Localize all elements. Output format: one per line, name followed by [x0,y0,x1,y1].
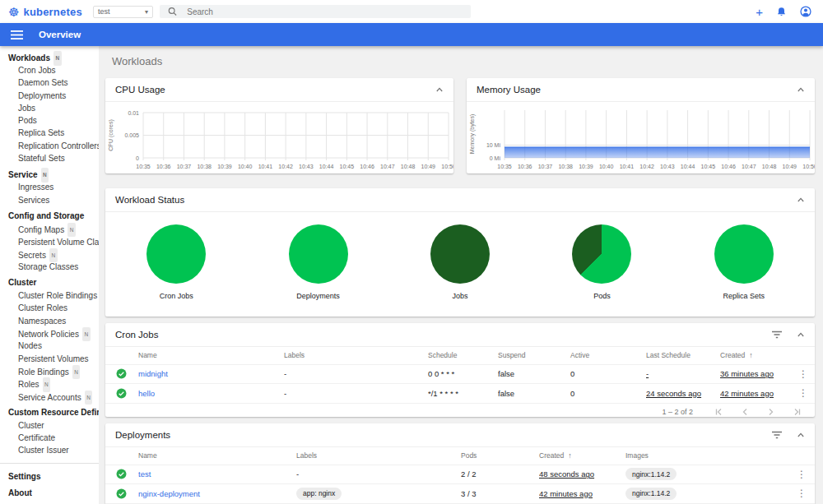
chevron-down-icon: ▾ [145,8,148,16]
previous-page-button[interactable] [741,408,749,416]
sidebar-item-replication-controllers[interactable]: Replication Controllers [0,140,99,152]
sidebar-item-nodes[interactable]: Nodes [0,340,99,352]
namespace-selector[interactable]: test ▾ [93,6,153,18]
collapse-card-icon[interactable] [435,86,444,93]
resource-name-link[interactable]: midnight [138,369,168,378]
collapse-card-icon[interactable] [797,197,805,203]
row-menu-kebab-icon[interactable]: ⋮ [798,368,808,380]
sidebar-item-pods[interactable]: Pods [0,114,99,127]
kubernetes-logo[interactable]: ☸ kubernetes [0,6,93,18]
row-status-cell [105,484,138,504]
collapse-card-icon[interactable] [797,432,805,438]
table-cell: - [284,364,428,384]
svg-text:10:36: 10:36 [156,164,171,169]
sidebar-item-service-accounts[interactable]: Service AccountsN [0,391,99,403]
column-header-suspend[interactable]: Suspend [498,347,570,364]
sidebar-item-persistent-volume-claims[interactable]: Persistent Volume ClaimsN [0,235,99,247]
table-cell: hello [138,384,284,404]
filter-list-icon[interactable] [772,431,782,439]
sidebar-item-label: Settings [8,472,40,481]
column-header-labels[interactable]: Labels [296,447,461,465]
sidebar-item-secrets[interactable]: SecretsN [0,248,99,261]
sidebar-item-certificate[interactable]: Certificate [0,432,99,444]
column-header-labels[interactable]: Labels [284,347,428,364]
sidebar-item-stateful-sets[interactable]: Stateful Sets [0,152,99,164]
create-resource-button[interactable]: + [756,6,763,18]
svg-text:10:46: 10:46 [721,164,736,169]
workload-status-deployments: Deployments [247,224,388,300]
sidebar-item-jobs[interactable]: Jobs [0,102,99,114]
status-ok-icon [116,469,127,479]
collapse-card-icon[interactable] [797,331,805,338]
deployments-table: NameLabelsPodsCreated↑Images test-2 / 24… [105,447,815,504]
resource-name-link[interactable]: nginx-deployment [138,489,200,498]
last-page-button[interactable] [793,408,802,416]
sidebar-item-daemon-sets[interactable]: Daemon Sets [0,76,99,89]
row-actions-cell: ⋮ [797,484,815,504]
sidebar-item-cluster-roles[interactable]: Cluster Roles [0,302,99,314]
cell-value: 3 / 3 [461,489,477,498]
svg-text:10:44: 10:44 [319,164,334,169]
table-cell: */1 * * * * [428,384,498,404]
sidebar-nav: WorkloadsNCron JobsDaemon SetsDeployment… [0,46,99,504]
search-input[interactable] [187,7,463,16]
column-header-active[interactable]: Active [570,347,646,364]
sidebar-item-label: Persistent Volume Claims [18,238,99,247]
column-header-last-schedule[interactable]: Last Schedule [646,347,720,364]
resource-name-link[interactable]: test [138,469,151,479]
sidebar-item-namespaces[interactable]: Namespaces [0,315,99,327]
column-header-created[interactable]: Created↑ [720,347,798,364]
sidebar-item-label: Ingresses [18,183,53,192]
sidebar-item-replica-sets[interactable]: Replica Sets [0,127,99,139]
cell-value: 0 [570,369,574,378]
sidebar-item-settings[interactable]: Settings [0,469,99,485]
sidebar-item-config-maps[interactable]: Config MapsN [0,223,99,235]
menu-button[interactable] [11,30,23,39]
sidebar-item-role-bindings[interactable]: Role BindingsN [0,365,99,377]
row-menu-kebab-icon[interactable]: ⋮ [797,469,807,480]
row-menu-kebab-icon[interactable]: ⋮ [798,387,808,399]
collapse-card-icon[interactable] [797,86,805,93]
notifications-button[interactable] [776,7,787,17]
sidebar-item-label: Pods [18,116,37,125]
sidebar-item-workloads[interactable]: WorkloadsN [0,51,99,64]
sidebar-item-deployments[interactable]: Deployments [0,90,99,102]
table-cell: 48 seconds ago [539,465,625,484]
sidebar-item-cron-jobs[interactable]: Cron Jobs [0,64,99,76]
column-header-name[interactable]: Name [138,347,284,364]
sidebar-item-network-policies[interactable]: Network PoliciesN [0,327,99,340]
sidebar-item-storage-classes[interactable]: Storage Classes [0,261,99,273]
first-page-button[interactable] [714,408,723,416]
sidebar-item-ingresses[interactable]: Ingresses [0,181,99,193]
sidebar-item-persistent-volumes[interactable]: Persistent Volumes [0,353,99,365]
column-header-label: Images [625,451,649,460]
sidebar-item-service[interactable]: ServiceN [0,168,99,181]
sidebar-item-about[interactable]: About [0,485,99,502]
label-chip: nginx:1.14.2 [625,468,677,480]
actions-column-header [798,347,815,364]
sidebar-item-cluster-role-bindings[interactable]: Cluster Role Bindings [0,289,99,302]
column-header-pods[interactable]: Pods [461,447,539,465]
sidebar-item-roles[interactable]: RolesN [0,377,99,390]
label-chip: nginx:1.14.2 [625,488,677,500]
column-header-images[interactable]: Images [625,447,797,465]
column-header-name[interactable]: Name [138,447,296,465]
table-cell: 0 0 * * * [428,364,498,384]
column-header-created[interactable]: Created↑ [539,447,625,465]
column-header-schedule[interactable]: Schedule [428,347,498,364]
account-circle-icon [800,6,811,17]
deployments-row: test-2 / 248 seconds agonginx:1.14.2⋮ [105,465,815,484]
svg-text:10:47: 10:47 [380,164,395,169]
row-menu-kebab-icon[interactable]: ⋮ [797,488,807,499]
column-header-label: Name [138,351,157,359]
sidebar-item-services[interactable]: Services [0,194,99,206]
svg-text:10:42: 10:42 [278,164,293,169]
filter-list-icon[interactable] [772,331,782,339]
search-bar[interactable] [160,5,471,18]
sidebar-item-label: Network Policies [18,330,79,339]
sidebar-item-cluster[interactable]: Cluster [0,419,99,432]
user-account-button[interactable] [800,6,811,17]
next-page-button[interactable] [767,408,775,416]
sidebar-item-cluster-issuer[interactable]: Cluster Issuer [0,444,99,456]
resource-name-link[interactable]: hello [138,389,155,398]
